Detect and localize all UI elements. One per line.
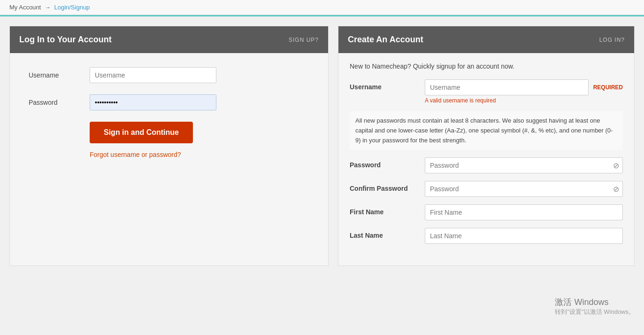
my-account-label: My Account xyxy=(9,4,41,11)
signup-password-input-wrap: ⊘ xyxy=(425,157,623,173)
signup-username-input[interactable] xyxy=(425,79,589,95)
login-panel-title: Log In to Your Account xyxy=(19,35,112,45)
signup-intro-text: New to Namecheap? Quickly signup for an … xyxy=(350,62,623,70)
log-in-link[interactable]: LOG IN? xyxy=(599,37,625,43)
last-name-input-wrap xyxy=(425,228,623,244)
username-input[interactable] xyxy=(90,67,216,83)
password-row: Password xyxy=(29,94,309,110)
first-name-input-wrap xyxy=(425,204,623,220)
username-error-text: A valid username is required xyxy=(425,97,589,104)
signup-password-input[interactable] xyxy=(425,157,623,173)
signup-username-label: Username xyxy=(350,79,425,91)
signup-password-label: Password xyxy=(350,157,425,169)
last-name-input[interactable] xyxy=(425,228,623,244)
signup-panel-header: Create An Account LOG IN? xyxy=(338,26,634,53)
last-name-label: Last Name xyxy=(350,228,425,239)
login-panel: Log In to Your Account SIGN UP? Username… xyxy=(9,26,329,266)
login-form-body: Username Password Sign in and Continue F… xyxy=(10,53,328,177)
password-input[interactable] xyxy=(90,94,216,110)
signup-panel-title: Create An Account xyxy=(348,35,423,45)
password-toggle-icon[interactable]: ⊘ xyxy=(613,161,619,170)
username-label: Username xyxy=(29,71,90,79)
breadcrumb: My Account → Login/Signup xyxy=(0,0,644,15)
first-name-input[interactable] xyxy=(425,204,623,220)
forgot-link[interactable]: Forgot username or password? xyxy=(90,151,181,158)
signup-username-input-wrap: A valid username is required xyxy=(425,79,589,104)
confirm-password-input[interactable] xyxy=(425,181,623,197)
username-row: Username xyxy=(29,67,309,83)
password-info-text: All new passwords must contain at least … xyxy=(350,111,623,150)
confirm-password-label: Confirm Password xyxy=(350,181,425,192)
confirm-password-row: Confirm Password ⊘ xyxy=(350,181,623,197)
first-name-row: First Name xyxy=(350,204,623,220)
first-name-label: First Name xyxy=(350,204,425,216)
signup-password-row: Password ⊘ xyxy=(350,157,623,173)
sign-in-button[interactable]: Sign in and Continue xyxy=(90,122,193,143)
signup-panel: Create An Account LOG IN? New to Nameche… xyxy=(338,26,635,266)
password-label: Password xyxy=(29,99,90,106)
sign-up-link[interactable]: SIGN UP? xyxy=(289,37,319,43)
signup-username-row: Username A valid username is required RE… xyxy=(350,79,623,104)
confirm-password-toggle-icon[interactable]: ⊘ xyxy=(613,185,619,194)
login-panel-header: Log In to Your Account SIGN UP? xyxy=(10,26,328,53)
last-name-row: Last Name xyxy=(350,228,623,244)
confirm-password-input-wrap: ⊘ xyxy=(425,181,623,197)
breadcrumb-arrow: → xyxy=(45,4,51,11)
login-signup-link[interactable]: Login/Signup xyxy=(54,4,90,11)
main-content: Log In to Your Account SIGN UP? Username… xyxy=(0,16,644,275)
required-badge: REQUIRED xyxy=(593,79,623,91)
signup-form-body: New to Namecheap? Quickly signup for an … xyxy=(338,53,634,265)
